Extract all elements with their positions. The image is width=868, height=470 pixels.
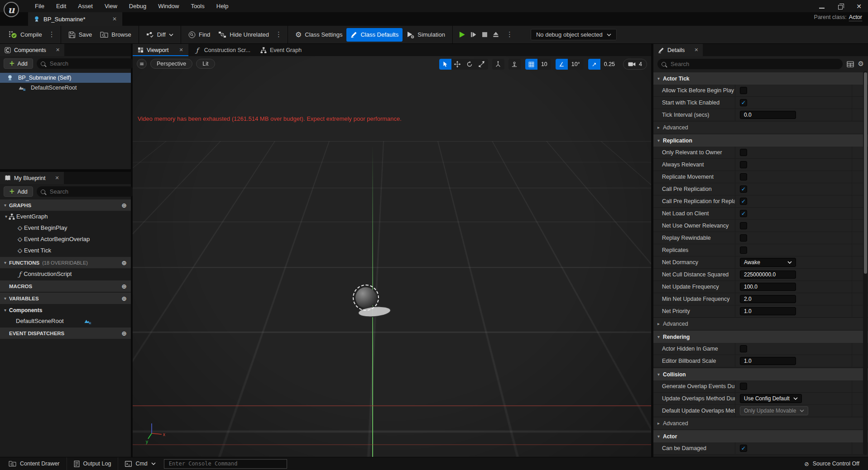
add-circle-icon[interactable]: ⊕ — [121, 283, 127, 290]
menu-item[interactable]: Asset — [72, 0, 99, 12]
diff-button[interactable]: Diff — [142, 28, 177, 42]
viewport-canvas[interactable]: ≡ Perspective Lit — [133, 56, 651, 457]
mb-item-event-beginplay[interactable]: ◇Event BeginPlay — [0, 222, 131, 233]
simulation-button[interactable]: Simulation — [403, 28, 449, 42]
mb-section-event-dispatchers[interactable]: ▾EVENT DISPATCHERS⊕ — [0, 328, 131, 339]
tab-components[interactable]: Components ✕ — [0, 44, 64, 56]
debug-object-select[interactable]: No debug object selected — [531, 29, 617, 40]
checkbox[interactable] — [740, 87, 747, 94]
dropdown[interactable]: Only Update Movable — [740, 406, 808, 415]
mb-item-event-tick[interactable]: ◇Event Tick — [0, 245, 131, 256]
console-command-input[interactable] — [168, 460, 283, 467]
details-advanced-toggle[interactable]: ▸Advanced — [653, 122, 868, 133]
grid-snap-control[interactable]: 10 — [525, 59, 551, 70]
details-search[interactable] — [657, 59, 843, 69]
surface-snap-button[interactable] — [508, 59, 521, 70]
details-search-input[interactable] — [670, 60, 839, 68]
menu-item[interactable]: Window — [152, 0, 185, 12]
rotate-tool-button[interactable] — [464, 59, 476, 70]
scale-tool-button[interactable] — [476, 59, 488, 70]
tab-event-graph[interactable]: Event Graph — [255, 44, 307, 56]
tab-construction-script[interactable]: ƒ Construction Scr... — [188, 44, 255, 56]
checkbox[interactable] — [740, 222, 747, 229]
components-search-input[interactable] — [49, 60, 130, 67]
add-component-button[interactable]: + Add — [4, 58, 33, 69]
details-section-replication[interactable]: ▾Replication — [653, 134, 868, 147]
component-node-bp-submarine-self[interactable]: BP_Submarine (Self) — [0, 73, 131, 83]
console-command-box[interactable] — [164, 459, 287, 469]
tab-viewport[interactable]: Viewport ✕ — [133, 44, 188, 56]
details-section-actor-tick[interactable]: ▾Actor Tick — [653, 72, 868, 85]
find-button[interactable]: Find — [184, 28, 214, 42]
components-search[interactable] — [37, 58, 134, 69]
dropdown[interactable]: Awake — [740, 258, 796, 267]
class-defaults-button[interactable]: Class Defaults — [346, 28, 403, 42]
details-advanced-toggle[interactable]: ▸Advanced — [653, 418, 868, 429]
content-drawer-button[interactable]: Content Drawer — [4, 457, 64, 470]
close-icon[interactable]: ✕ — [179, 47, 183, 53]
checkbox[interactable] — [740, 345, 747, 352]
details-advanced-toggle[interactable]: ▸Advanced — [653, 318, 868, 330]
menu-item[interactable]: Edit — [50, 0, 72, 12]
menu-item[interactable]: Help — [211, 0, 235, 12]
lit-mode-selector[interactable]: Lit — [196, 59, 215, 69]
frame-skip-icon[interactable] — [470, 32, 477, 38]
cmd-selector[interactable]: Cmd — [120, 457, 160, 470]
my-blueprint-search[interactable] — [37, 186, 134, 197]
checkbox[interactable]: ✓ — [740, 185, 747, 193]
restore-icon[interactable] — [838, 5, 843, 9]
play-options-kebab-icon[interactable]: ⋮ — [504, 31, 515, 38]
value-field[interactable]: 0.0 — [740, 111, 796, 119]
value-field[interactable]: 1.0 — [740, 357, 796, 365]
move-tool-button[interactable] — [451, 59, 464, 70]
hide-unrelated-kebab-icon[interactable]: ⋮ — [273, 31, 284, 38]
scale-snap-control[interactable]: ↗ 0.25 — [588, 59, 619, 70]
class-settings-button[interactable]: ⚙ Class Settings — [291, 28, 346, 42]
display-filter-icon[interactable] — [847, 61, 854, 67]
mb-section-macros[interactable]: ▾MACROS⊕ — [0, 280, 131, 292]
output-log-button[interactable]: Output Log — [69, 457, 116, 470]
my-blueprint-search-input[interactable] — [49, 188, 130, 195]
mb-subsection-components[interactable]: ▾Components — [0, 305, 131, 315]
viewport-menu-icon[interactable]: ≡ — [137, 59, 147, 69]
add-circle-icon[interactable]: ⊕ — [121, 260, 127, 266]
rotation-snap-control[interactable]: ∠ 10° — [556, 59, 584, 70]
add-circle-icon[interactable]: ⊕ — [121, 202, 127, 209]
checkbox[interactable]: ✓ — [740, 445, 747, 452]
add-circle-icon[interactable]: ⊕ — [121, 330, 127, 337]
value-field[interactable]: 1.0 — [740, 307, 796, 315]
mb-item-constructionscript[interactable]: ƒConstructionScript — [0, 268, 131, 280]
compile-button[interactable]: Compile — [5, 28, 46, 42]
gear-icon[interactable]: ⚙ — [858, 61, 864, 67]
checkbox[interactable] — [740, 383, 747, 390]
source-control-status[interactable]: ⊘ Source Control Off — [804, 461, 859, 467]
stop-icon[interactable] — [482, 32, 488, 38]
mb-section-variables[interactable]: ▾VARIABLES⊕ — [0, 293, 131, 304]
mb-item-eventgraph[interactable]: ▾EventGraph — [0, 211, 131, 222]
mb-section-functions[interactable]: ▾FUNCTIONS(18 OVERRIDABLE)⊕ — [0, 257, 131, 268]
value-field[interactable]: 225000000.0 — [740, 271, 796, 279]
checkbox[interactable]: ✓ — [740, 198, 747, 205]
checkbox[interactable] — [740, 149, 747, 156]
unreal-logo-icon[interactable]: u — [4, 2, 19, 17]
parent-class-link[interactable]: Actor — [849, 14, 862, 21]
menu-item[interactable]: Tools — [185, 0, 210, 12]
details-section-actor[interactable]: ▾Actor — [653, 430, 868, 442]
menu-item[interactable]: View — [99, 0, 123, 12]
checkbox[interactable] — [740, 247, 747, 254]
browse-button[interactable]: Browse — [96, 28, 135, 42]
world-gizmo-button[interactable] — [492, 59, 504, 70]
eject-icon[interactable] — [493, 32, 499, 38]
close-icon[interactable]: ✕ — [56, 47, 60, 53]
tab-bp-submarine[interactable]: BP_Submarine* ✕ — [28, 12, 122, 26]
scrollbar-thumb[interactable] — [864, 72, 867, 274]
checkbox[interactable]: ✓ — [740, 210, 747, 217]
close-icon[interactable]: ✕ — [55, 175, 59, 181]
value-field[interactable]: 100.0 — [740, 283, 796, 291]
dropdown[interactable]: Use Config Default — [740, 394, 802, 403]
hide-unrelated-button[interactable]: Hide Unrelated — [214, 28, 273, 42]
mb-item-defaultsceneroot[interactable]: DefaultSceneRootC — [0, 315, 131, 327]
add-blueprint-item-button[interactable]: + Add — [4, 186, 33, 197]
menu-item[interactable]: File — [29, 0, 50, 12]
play-icon[interactable] — [459, 31, 465, 38]
